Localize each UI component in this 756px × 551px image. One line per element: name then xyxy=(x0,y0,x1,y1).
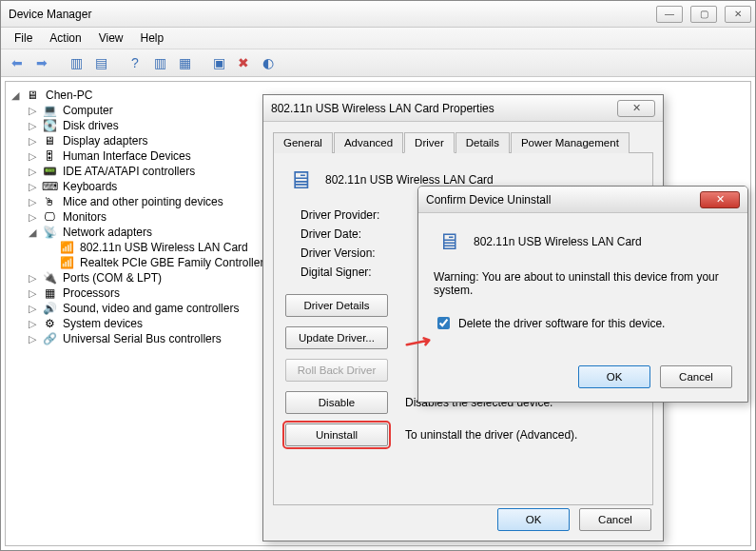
help-icon[interactable]: ? xyxy=(125,52,145,73)
properties-title: 802.11n USB Wireless LAN Card Properties xyxy=(271,102,494,115)
label-date: Driver Date: xyxy=(300,227,396,241)
forward-icon[interactable]: ➡ xyxy=(31,52,52,73)
properties-icon[interactable]: ▤ xyxy=(90,52,111,73)
label-provider: Driver Provider: xyxy=(300,208,396,222)
network-card-icon xyxy=(59,241,74,254)
properties-footer: OK Cancel xyxy=(497,508,651,531)
confirm-title: Confirm Device Uninstall xyxy=(426,193,551,207)
confirm-close-button[interactable]: ✕ xyxy=(700,191,740,208)
confirm-footer: OK Cancel xyxy=(578,365,732,388)
tab-power[interactable]: Power Management xyxy=(511,132,630,153)
monitor-icon xyxy=(42,210,57,224)
properties-ok-button[interactable]: OK xyxy=(497,508,570,531)
scan-icon[interactable]: ▦ xyxy=(174,52,195,73)
display-icon xyxy=(42,134,57,148)
keyboard-icon xyxy=(42,180,57,193)
confirm-titlebar[interactable]: Confirm Device Uninstall ✕ xyxy=(418,187,747,213)
disable-icon[interactable]: ◐ xyxy=(258,52,279,73)
uninstall-button[interactable]: Uninstall xyxy=(285,423,388,446)
tab-details[interactable]: Details xyxy=(456,132,510,153)
delete-driver-checkbox[interactable] xyxy=(437,317,450,329)
titlebar: Device Manager — ▢ ✕ xyxy=(1,1,755,28)
device-icon: 🖥 xyxy=(434,226,464,257)
details-icon[interactable]: ▥ xyxy=(149,52,170,73)
confirm-cancel-button[interactable]: Cancel xyxy=(660,365,732,388)
menubar: File Action View Help xyxy=(1,28,755,49)
ide-icon xyxy=(42,165,57,178)
computer-category-icon xyxy=(42,104,57,117)
hid-icon xyxy=(42,149,57,163)
label-signer: Digital Signer: xyxy=(300,266,396,279)
menu-file[interactable]: File xyxy=(7,30,40,47)
confirm-device-name: 802.11n USB Wireless LAN Card xyxy=(474,235,642,248)
confirm-ok-button[interactable]: OK xyxy=(578,365,650,388)
disable-button[interactable]: Disable xyxy=(285,391,388,414)
delete-driver-label: Delete the driver software for this devi… xyxy=(458,317,665,330)
uninstall-desc: To uninstall the driver (Advanced). xyxy=(405,428,577,442)
update-driver-button[interactable]: Update Driver... xyxy=(285,326,388,349)
device-name: 802.11n USB Wireless LAN Card xyxy=(325,173,494,187)
confirm-warning: Warning: You are about to uninstall this… xyxy=(434,270,732,297)
back-icon[interactable]: ⬅ xyxy=(7,52,28,73)
uninstall-icon[interactable]: ✖ xyxy=(233,52,254,73)
properties-cancel-button[interactable]: Cancel xyxy=(579,508,651,531)
system-icon xyxy=(42,317,57,330)
window-controls: — ▢ ✕ xyxy=(656,6,751,23)
disk-icon xyxy=(42,119,57,132)
computer-icon xyxy=(25,89,40,102)
tab-general[interactable]: General xyxy=(273,132,333,153)
menu-view[interactable]: View xyxy=(91,30,131,47)
tabstrip: General Advanced Driver Details Power Ma… xyxy=(273,131,653,153)
properties-titlebar[interactable]: 802.11n USB Wireless LAN Card Properties… xyxy=(263,95,663,122)
close-button[interactable]: ✕ xyxy=(725,6,751,23)
confirm-dialog: Confirm Device Uninstall ✕ 🖥 802.11n USB… xyxy=(417,186,748,403)
mouse-icon xyxy=(42,195,57,208)
tab-driver[interactable]: Driver xyxy=(404,132,455,153)
usb-icon xyxy=(42,332,57,345)
maximize-button[interactable]: ▢ xyxy=(690,6,717,23)
device-icon: 🖥 xyxy=(285,165,316,195)
properties-close-button[interactable]: ✕ xyxy=(617,100,655,117)
driver-details-button[interactable]: Driver Details xyxy=(285,294,388,317)
port-icon xyxy=(42,271,57,285)
minimize-button[interactable]: — xyxy=(656,6,683,23)
showhide-tree-icon[interactable]: ▥ xyxy=(66,52,87,73)
network-card-icon xyxy=(59,256,74,269)
menu-action[interactable]: Action xyxy=(42,30,88,47)
tab-advanced[interactable]: Advanced xyxy=(334,132,403,153)
rollback-driver-button: Roll Back Driver xyxy=(285,359,388,382)
network-icon xyxy=(42,226,57,239)
window-title: Device Manager xyxy=(9,8,91,21)
label-version: Driver Version: xyxy=(300,246,396,260)
update-driver-icon[interactable]: ▣ xyxy=(208,52,229,73)
toolbar: ⬅ ➡ ▥ ▤ ? ▥ ▦ ▣ ✖ ◐ xyxy=(1,49,755,77)
menu-help[interactable]: Help xyxy=(133,30,172,47)
cpu-icon xyxy=(42,286,57,300)
sound-icon xyxy=(42,302,57,315)
